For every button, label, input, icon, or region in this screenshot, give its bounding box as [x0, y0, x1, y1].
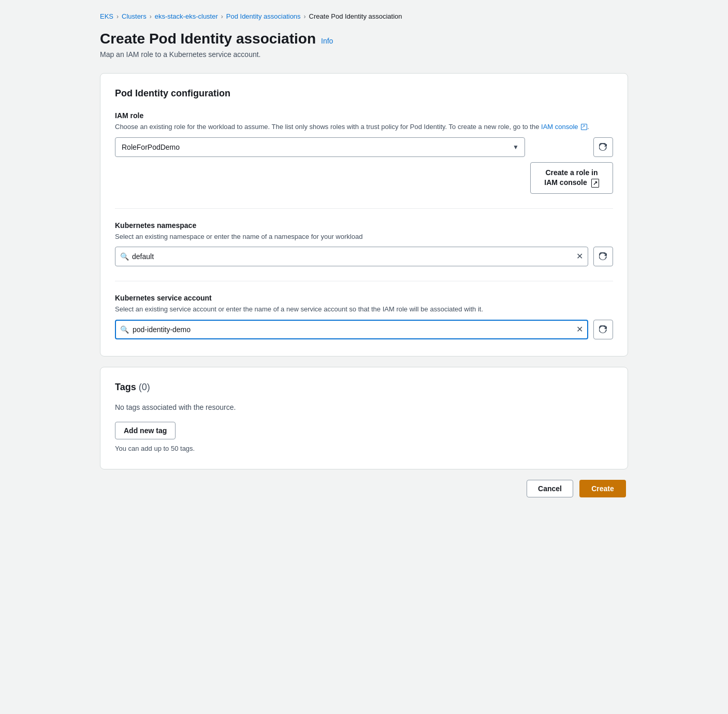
breadcrumb: EKS › Clusters › eks-stack-eks-cluster ›…	[100, 12, 628, 20]
service-account-description: Select an existing service account or en…	[115, 304, 613, 315]
namespace-refresh-button[interactable]	[593, 247, 613, 266]
card-title-pod-identity: Pod Identity configuration	[115, 88, 613, 99]
iam-role-label: IAM role	[115, 111, 613, 120]
tags-limit-text: You can add up to 50 tags.	[115, 445, 613, 452]
section-divider-2	[115, 281, 613, 281]
namespace-label: Kubernetes namespace	[115, 221, 613, 230]
tags-count: (0)	[139, 382, 150, 392]
kubernetes-namespace-section: Kubernetes namespace Select an existing …	[115, 221, 613, 267]
breadcrumb-sep-4: ›	[304, 13, 306, 20]
info-link[interactable]: Info	[321, 37, 333, 45]
iam-role-select-wrapper: RoleForPodDemo ▼	[115, 137, 525, 157]
breadcrumb-sep-1: ›	[117, 13, 119, 20]
iam-role-select[interactable]: RoleForPodDemo	[115, 137, 525, 157]
namespace-search-input[interactable]	[115, 247, 588, 266]
iam-role-section: IAM role Choose an existing role for the…	[115, 111, 613, 194]
footer-actions: Cancel Create	[100, 480, 628, 497]
section-divider-1	[115, 208, 613, 209]
service-account-label: Kubernetes service account	[115, 294, 613, 302]
page-title: Create Pod Identity association	[100, 31, 316, 47]
iam-role-description: Choose an existing role for the workload…	[115, 122, 613, 132]
namespace-clear-button[interactable]: ✕	[576, 252, 583, 261]
service-account-search-wrapper: 🔍 ✕	[115, 320, 588, 339]
iam-console-link[interactable]: IAM console	[541, 123, 578, 131]
service-account-refresh-button[interactable]	[593, 320, 613, 339]
refresh-icon-3	[599, 325, 607, 334]
add-new-tag-button[interactable]: Add new tag	[115, 422, 176, 439]
breadcrumb-cluster-name[interactable]: eks-stack-eks-cluster	[155, 12, 218, 20]
cancel-button[interactable]: Cancel	[527, 480, 573, 497]
breadcrumb-sep-2: ›	[150, 13, 152, 20]
kubernetes-service-account-section: Kubernetes service account Select an exi…	[115, 294, 613, 339]
pod-identity-config-card: Pod Identity configuration IAM role Choo…	[100, 73, 628, 356]
create-button[interactable]: Create	[579, 480, 626, 497]
external-link-icon	[581, 124, 587, 130]
breadcrumb-current: Create Pod Identity association	[309, 12, 402, 20]
tags-card: Tags (0) No tags associated with the res…	[100, 367, 628, 469]
breadcrumb-eks[interactable]: EKS	[100, 12, 113, 20]
tags-card-title: Tags (0)	[115, 382, 613, 393]
namespace-search-wrapper: 🔍 ✕	[115, 247, 588, 266]
page-subtitle: Map an IAM role to a Kubernetes service …	[100, 50, 628, 59]
breadcrumb-pod-identity-associations[interactable]: Pod Identity associations	[226, 12, 301, 20]
iam-role-refresh-button[interactable]	[593, 137, 613, 157]
refresh-icon-2	[599, 252, 607, 261]
refresh-icon	[599, 143, 607, 151]
create-iam-role-button[interactable]: Create a role in IAM console ↗	[530, 162, 613, 194]
breadcrumb-sep-3: ›	[221, 13, 223, 20]
namespace-description: Select an existing namespace or enter th…	[115, 232, 613, 242]
no-tags-message: No tags associated with the resource.	[115, 403, 613, 411]
breadcrumb-clusters[interactable]: Clusters	[122, 12, 147, 20]
service-account-search-input[interactable]	[115, 320, 588, 339]
service-account-clear-button[interactable]: ✕	[576, 325, 583, 334]
